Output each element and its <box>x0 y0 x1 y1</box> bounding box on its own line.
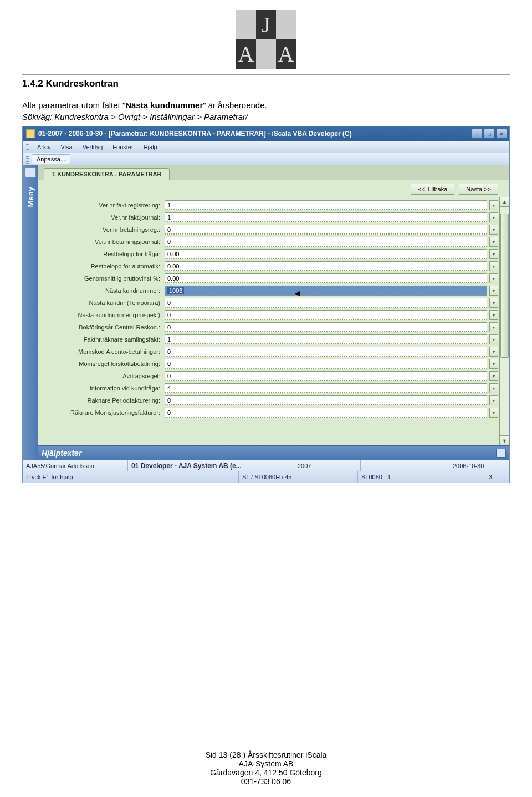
field-label: Information vid kundfråga: <box>43 385 162 392</box>
help-panel-header[interactable]: Hjälptexter <box>38 445 509 460</box>
menu-visa[interactable]: Visa <box>56 143 76 151</box>
scroll-down-icon[interactable]: ▼ <box>500 435 509 445</box>
nav-next-button[interactable]: Nästa >> <box>459 184 498 195</box>
form-row: Avdragsregel:0▾ <box>43 370 498 382</box>
form-row: Bokföringsår Central Reskon.:0▾ <box>43 321 498 333</box>
close-button[interactable]: × <box>496 129 507 139</box>
field-input[interactable]: 0.00 <box>165 273 487 283</box>
footer-line-2: AJA-System AB <box>22 759 510 768</box>
form-row: Information vid kundfråga:4▾ <box>43 382 498 394</box>
field-input[interactable]: 0.00 <box>165 261 487 271</box>
dropdown-icon[interactable]: ▾ <box>489 249 498 259</box>
field-input[interactable]: 0 <box>165 347 487 357</box>
dropdown-icon[interactable]: ▾ <box>489 298 498 308</box>
dropdown-icon[interactable]: ▾ <box>489 212 498 222</box>
toolbar: Anpassa... <box>23 153 509 165</box>
field-input[interactable]: 1 <box>165 334 487 344</box>
menu-arkiv[interactable]: Arkiv <box>33 143 55 151</box>
field-input[interactable]: 0 <box>165 359 487 369</box>
window-title: 01-2007 - 2006-10-30 - [Parametrar: KUND… <box>38 130 468 138</box>
rail-label[interactable]: Meny <box>27 186 35 207</box>
field-input[interactable]: 0 <box>165 408 487 418</box>
para-post: " är årsberoende. <box>203 100 267 110</box>
field-input[interactable]: 4 <box>165 383 487 393</box>
field-label: Restbelopp för automatik: <box>43 263 162 270</box>
anpassa-button[interactable]: Anpassa... <box>32 154 70 164</box>
doc-heading: 1.4.2 Kundreskontran <box>22 78 510 89</box>
form-row: Ver.nr betalningsreg.:0▾ <box>43 224 498 236</box>
dropdown-icon[interactable]: ▾ <box>489 359 498 369</box>
form-row: Ver.nr fakt.registrering:1▾ <box>43 199 498 211</box>
dropdown-icon[interactable]: ▾ <box>489 408 498 418</box>
form-row: Räknare Periodfakturering:0▾ <box>43 394 498 407</box>
status-date: 2006-10-30 <box>449 460 509 471</box>
field-input[interactable]: 1 <box>165 212 487 222</box>
field-label: Nästa kundnr (Temporära) <box>43 299 162 306</box>
tab-parametrar[interactable]: 1 KUNDRESKONTRA - PARAMETRAR <box>44 168 170 180</box>
field-label: Avdragsregel: <box>43 373 162 379</box>
form-row: Nästa kundnr (Temporära)0▾ <box>43 297 498 309</box>
field-input[interactable]: 0 <box>165 237 487 247</box>
dropdown-icon[interactable]: ▾ <box>489 261 498 271</box>
field-label: Ver.nr betalningsreg.: <box>43 226 162 233</box>
field-label: Restbelopp för fråga: <box>43 251 162 257</box>
form-row: Restbelopp för automatik:0.00▾ <box>43 260 498 272</box>
dropdown-icon[interactable]: ▾ <box>489 395 498 405</box>
menu-verktyg[interactable]: Verktyg <box>78 143 108 151</box>
dropdown-icon[interactable]: ▾ <box>489 334 498 344</box>
field-label: Räknare Periodfakturering: <box>43 397 162 404</box>
logo-letter-j: J <box>262 12 270 38</box>
form-row: Restbelopp för fråga:0.00▾ <box>43 248 498 260</box>
minimize-button[interactable]: – <box>472 129 483 139</box>
help-title: Hjälptexter <box>42 449 81 458</box>
doc-path: Sökväg: Kundreskontra > Övrigt > Inställ… <box>22 112 510 121</box>
divider <box>22 74 510 75</box>
nav-back-button[interactable]: << Tillbaka <box>411 184 454 195</box>
dropdown-icon[interactable]: ▾ <box>489 383 498 393</box>
field-input[interactable]: 0 <box>165 310 487 320</box>
dropdown-icon[interactable]: ▾ <box>489 200 498 210</box>
form-row: Räknare Momsjusteringsfakturor:0▾ <box>43 407 498 419</box>
scroll-thumb[interactable] <box>500 214 509 358</box>
field-input[interactable]: 0 <box>165 225 487 235</box>
dropdown-icon[interactable]: ▾ <box>489 273 498 283</box>
field-input[interactable]: 0 <box>165 322 487 332</box>
doc-paragraph: Alla parametrar utom fältet "Nästa kundn… <box>22 99 510 111</box>
para-bold: Nästa kundnummer <box>125 100 203 110</box>
vertical-scrollbar[interactable]: ▲ ▼ <box>499 197 509 445</box>
menu-hjalp[interactable]: Hjälp <box>139 143 162 151</box>
field-input[interactable]: 0 <box>165 371 487 381</box>
field-label: Faktnr.räknare samlingsfakt: <box>43 336 162 343</box>
field-input[interactable]: 0 <box>165 395 487 405</box>
field-label: Genomsnittlig bruttovinst %: <box>43 275 162 282</box>
dropdown-icon[interactable]: ▾ <box>489 310 498 320</box>
status-num: 3 <box>485 471 509 483</box>
field-input[interactable]: 1006 <box>165 286 487 296</box>
field-input[interactable]: 0 <box>165 298 487 308</box>
rail-collapse-button[interactable] <box>25 167 36 177</box>
status-company: 01 Developer - AJA System AB (e... <box>128 460 294 471</box>
titlebar: 01-2007 - 2006-10-30 - [Parametrar: KUND… <box>23 126 509 141</box>
form-row: Momsregel förskottsbetalning:0▾ <box>43 358 498 370</box>
field-label: Ver.nr betalningsjournal: <box>43 238 162 245</box>
dropdown-icon[interactable]: ▾ <box>489 237 498 247</box>
dropdown-icon[interactable]: ▾ <box>489 347 498 357</box>
form-row: Momskod A conto-betalningar:0▾ <box>43 346 498 358</box>
form-row: Ver.nr betalningsjournal:0▾ <box>43 236 498 248</box>
form-row: Nästa kundnummer (prospekt)0▾ <box>43 309 498 321</box>
app-icon <box>26 129 35 138</box>
dropdown-icon[interactable]: ▾ <box>489 371 498 381</box>
field-input[interactable]: 1 <box>165 200 487 210</box>
dropdown-icon[interactable]: ▾ <box>489 322 498 332</box>
dropdown-icon[interactable]: ▾ <box>489 225 498 235</box>
menu-fonster[interactable]: Fönster <box>108 143 137 151</box>
grip-icon <box>26 155 29 164</box>
logo-letter-a1: A <box>238 41 254 67</box>
scroll-up-icon[interactable]: ▲ <box>500 197 509 207</box>
help-collapse-button[interactable] <box>496 449 506 458</box>
dropdown-icon[interactable]: ▾ <box>489 286 498 296</box>
maximize-button[interactable]: □ <box>484 129 495 139</box>
status-screen: SL0080 : 1 <box>358 471 485 483</box>
field-input[interactable]: 0.00 <box>165 249 487 259</box>
logo-letter-a2: A <box>278 41 294 67</box>
